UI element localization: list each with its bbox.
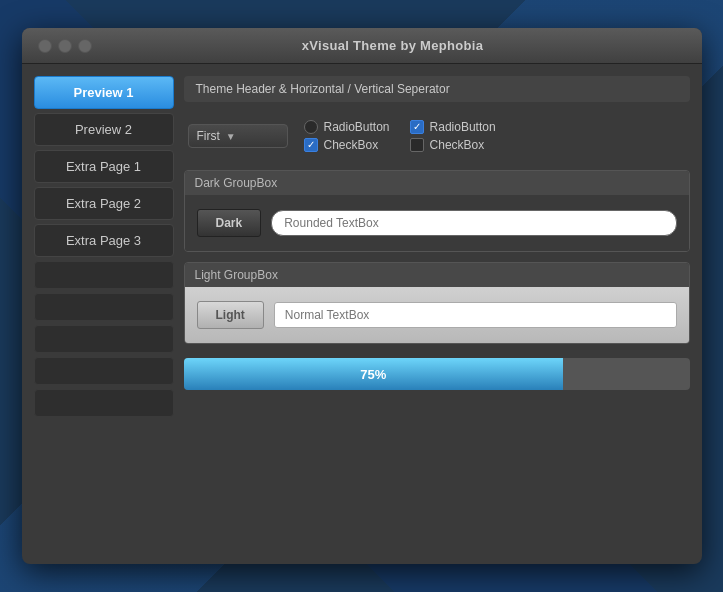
close-button[interactable] [38,39,52,53]
dark-groupbox: Dark GroupBox Dark [184,170,690,252]
dark-groupbox-header: Dark GroupBox [185,171,689,195]
controls-row: First ▼ RadioButton RadioButton [184,112,690,160]
title-bar: xVisual Theme by Mephobia [22,28,702,64]
checkbox-label-2: CheckBox [430,138,485,152]
rounded-textbox[interactable] [271,210,676,236]
light-groupbox-body: Light [185,287,689,343]
radio-label-1: RadioButton [324,120,390,134]
first-dropdown[interactable]: First ▼ [188,124,288,148]
sidebar-spacer-5 [34,389,174,417]
progress-container: 75% [184,358,690,390]
radio-checkbox-group: RadioButton RadioButton CheckBox CheckBo… [304,120,496,152]
sidebar-spacer-1 [34,261,174,289]
light-groupbox: Light GroupBox Light [184,262,690,344]
progress-bar: 75% [184,358,564,390]
traffic-lights [38,39,92,53]
normal-textbox[interactable] [274,302,677,328]
sidebar-item-preview1[interactable]: Preview 1 [34,76,174,109]
sidebar-spacer-3 [34,325,174,353]
maximize-button[interactable] [78,39,92,53]
sidebar-spacer-4 [34,357,174,385]
main-area: Preview 1 Preview 2 Extra Page 1 Extra P… [22,64,702,564]
light-button[interactable]: Light [197,301,264,329]
dark-groupbox-body: Dark [185,195,689,251]
window-title: xVisual Theme by Mephobia [100,38,686,53]
radio-item-2: RadioButton [410,120,496,134]
checkbox-item-2: CheckBox [410,138,496,152]
dropdown-value: First [197,129,220,143]
checkbox-label-1: CheckBox [324,138,379,152]
content-panel: Theme Header & Horizontal / Vertical Sep… [184,76,690,552]
radio-item-1: RadioButton [304,120,390,134]
dropdown-arrow-icon: ▼ [226,131,236,142]
radio-2[interactable] [410,120,424,134]
checkbox-2[interactable] [410,138,424,152]
minimize-button[interactable] [58,39,72,53]
app-window: xVisual Theme by Mephobia Preview 1 Prev… [22,28,702,564]
light-groupbox-header: Light GroupBox [185,263,689,287]
progress-label: 75% [360,367,386,382]
sidebar-item-extra1[interactable]: Extra Page 1 [34,150,174,183]
sidebar-spacer-2 [34,293,174,321]
checkbox-item-1: CheckBox [304,138,390,152]
sidebar: Preview 1 Preview 2 Extra Page 1 Extra P… [34,76,174,552]
sidebar-item-extra3[interactable]: Extra Page 3 [34,224,174,257]
dark-button[interactable]: Dark [197,209,262,237]
section-header: Theme Header & Horizontal / Vertical Sep… [184,76,690,102]
radio-label-2: RadioButton [430,120,496,134]
sidebar-item-preview2[interactable]: Preview 2 [34,113,174,146]
radio-1[interactable] [304,120,318,134]
checkbox-1[interactable] [304,138,318,152]
sidebar-item-extra2[interactable]: Extra Page 2 [34,187,174,220]
